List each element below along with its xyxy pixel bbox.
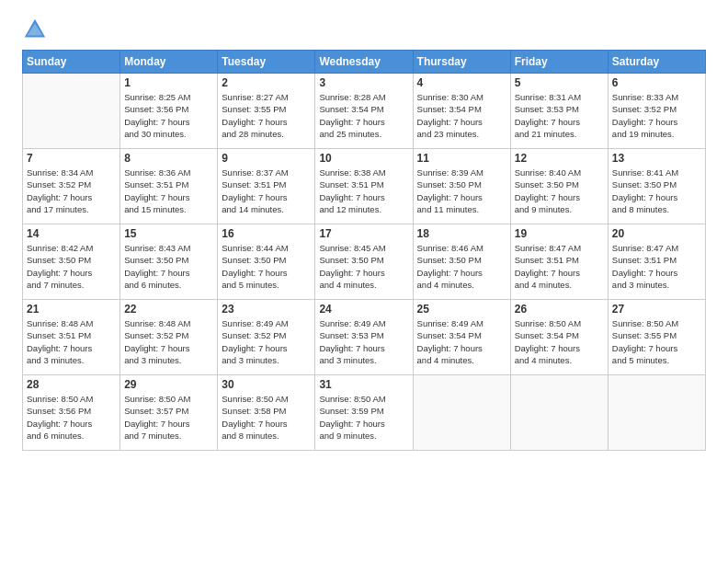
day-number: 25 (417, 303, 506, 316)
day-info: Sunrise: 8:49 AM Sunset: 3:52 PM Dayligh… (222, 317, 311, 366)
day-number: 27 (612, 303, 701, 316)
col-header-sunday: Sunday (23, 51, 120, 74)
day-number: 29 (124, 378, 213, 391)
day-info: Sunrise: 8:30 AM Sunset: 3:54 PM Dayligh… (417, 91, 506, 140)
day-number: 7 (27, 152, 116, 165)
day-cell: 26Sunrise: 8:50 AM Sunset: 3:54 PM Dayli… (510, 300, 608, 375)
day-info: Sunrise: 8:31 AM Sunset: 3:53 PM Dayligh… (515, 91, 604, 140)
calendar-table: SundayMondayTuesdayWednesdayThursdayFrid… (22, 50, 706, 451)
day-info: Sunrise: 8:48 AM Sunset: 3:51 PM Dayligh… (27, 317, 116, 366)
day-number: 20 (612, 227, 701, 240)
day-info: Sunrise: 8:40 AM Sunset: 3:50 PM Dayligh… (515, 167, 604, 215)
day-cell: 9Sunrise: 8:37 AM Sunset: 3:51 PM Daylig… (218, 149, 315, 224)
day-number: 5 (515, 76, 604, 89)
day-cell: 2Sunrise: 8:27 AM Sunset: 3:55 PM Daylig… (218, 74, 315, 149)
day-cell: 14Sunrise: 8:42 AM Sunset: 3:50 PM Dayli… (23, 224, 120, 300)
day-cell: 13Sunrise: 8:41 AM Sunset: 3:50 PM Dayli… (608, 149, 705, 224)
header (22, 17, 706, 42)
day-info: Sunrise: 8:38 AM Sunset: 3:51 PM Dayligh… (319, 167, 408, 215)
day-number: 16 (222, 227, 311, 240)
day-cell: 21Sunrise: 8:48 AM Sunset: 3:51 PM Dayli… (23, 300, 120, 375)
day-info: Sunrise: 8:25 AM Sunset: 3:56 PM Dayligh… (124, 91, 213, 140)
day-number: 30 (222, 378, 311, 391)
day-cell: 1Sunrise: 8:25 AM Sunset: 3:56 PM Daylig… (120, 74, 218, 149)
day-number: 4 (417, 76, 506, 89)
day-number: 17 (319, 227, 408, 240)
day-cell: 22Sunrise: 8:48 AM Sunset: 3:52 PM Dayli… (120, 300, 218, 375)
day-number: 2 (222, 76, 311, 89)
day-number: 28 (27, 378, 116, 391)
day-number: 15 (124, 227, 213, 240)
week-row-4: 21Sunrise: 8:48 AM Sunset: 3:51 PM Dayli… (23, 300, 706, 375)
day-number: 6 (612, 76, 701, 89)
day-number: 18 (417, 227, 506, 240)
day-cell: 20Sunrise: 8:47 AM Sunset: 3:51 PM Dayli… (608, 224, 705, 300)
day-info: Sunrise: 8:34 AM Sunset: 3:52 PM Dayligh… (27, 167, 116, 215)
day-cell: 5Sunrise: 8:31 AM Sunset: 3:53 PM Daylig… (510, 74, 608, 149)
day-info: Sunrise: 8:47 AM Sunset: 3:51 PM Dayligh… (612, 242, 701, 291)
day-info: Sunrise: 8:33 AM Sunset: 3:52 PM Dayligh… (612, 91, 701, 140)
day-cell (608, 375, 705, 451)
day-cell: 27Sunrise: 8:50 AM Sunset: 3:55 PM Dayli… (608, 300, 705, 375)
week-row-3: 14Sunrise: 8:42 AM Sunset: 3:50 PM Dayli… (23, 224, 706, 300)
day-cell: 23Sunrise: 8:49 AM Sunset: 3:52 PM Dayli… (218, 300, 315, 375)
day-number: 22 (124, 303, 213, 316)
day-cell: 15Sunrise: 8:43 AM Sunset: 3:50 PM Dayli… (120, 224, 218, 300)
day-cell: 7Sunrise: 8:34 AM Sunset: 3:52 PM Daylig… (23, 149, 120, 224)
day-cell: 17Sunrise: 8:45 AM Sunset: 3:50 PM Dayli… (315, 224, 413, 300)
day-cell: 4Sunrise: 8:30 AM Sunset: 3:54 PM Daylig… (413, 74, 510, 149)
day-cell: 28Sunrise: 8:50 AM Sunset: 3:56 PM Dayli… (23, 375, 120, 451)
day-number: 8 (124, 152, 213, 165)
day-number: 11 (417, 152, 506, 165)
col-header-tuesday: Tuesday (218, 51, 315, 74)
header-row: SundayMondayTuesdayWednesdayThursdayFrid… (23, 51, 706, 74)
day-info: Sunrise: 8:45 AM Sunset: 3:50 PM Dayligh… (319, 242, 408, 291)
day-info: Sunrise: 8:50 AM Sunset: 3:57 PM Dayligh… (124, 393, 213, 442)
day-info: Sunrise: 8:37 AM Sunset: 3:51 PM Dayligh… (222, 167, 311, 215)
day-info: Sunrise: 8:43 AM Sunset: 3:50 PM Dayligh… (124, 242, 213, 291)
day-cell: 3Sunrise: 8:28 AM Sunset: 3:54 PM Daylig… (315, 74, 413, 149)
day-cell (510, 375, 608, 451)
day-number: 21 (27, 303, 116, 316)
week-row-2: 7Sunrise: 8:34 AM Sunset: 3:52 PM Daylig… (23, 149, 706, 224)
day-number: 9 (222, 152, 311, 165)
day-info: Sunrise: 8:46 AM Sunset: 3:50 PM Dayligh… (417, 242, 506, 291)
day-number: 26 (515, 303, 604, 316)
week-row-5: 28Sunrise: 8:50 AM Sunset: 3:56 PM Dayli… (23, 375, 706, 451)
day-info: Sunrise: 8:47 AM Sunset: 3:51 PM Dayligh… (515, 242, 604, 291)
week-row-1: 1Sunrise: 8:25 AM Sunset: 3:56 PM Daylig… (23, 74, 706, 149)
day-info: Sunrise: 8:50 AM Sunset: 3:59 PM Dayligh… (319, 393, 408, 442)
day-info: Sunrise: 8:36 AM Sunset: 3:51 PM Dayligh… (124, 167, 213, 215)
day-number: 23 (222, 303, 311, 316)
day-info: Sunrise: 8:50 AM Sunset: 3:55 PM Dayligh… (612, 317, 701, 366)
day-number: 10 (319, 152, 408, 165)
day-cell: 30Sunrise: 8:50 AM Sunset: 3:58 PM Dayli… (218, 375, 315, 451)
day-cell: 6Sunrise: 8:33 AM Sunset: 3:52 PM Daylig… (608, 74, 705, 149)
day-cell (23, 74, 120, 149)
col-header-friday: Friday (510, 51, 608, 74)
day-number: 13 (612, 152, 701, 165)
col-header-monday: Monday (120, 51, 218, 74)
day-info: Sunrise: 8:48 AM Sunset: 3:52 PM Dayligh… (124, 317, 213, 366)
day-info: Sunrise: 8:27 AM Sunset: 3:55 PM Dayligh… (222, 91, 311, 140)
col-header-wednesday: Wednesday (315, 51, 413, 74)
day-cell: 24Sunrise: 8:49 AM Sunset: 3:53 PM Dayli… (315, 300, 413, 375)
day-info: Sunrise: 8:44 AM Sunset: 3:50 PM Dayligh… (222, 242, 311, 291)
day-cell: 16Sunrise: 8:44 AM Sunset: 3:50 PM Dayli… (218, 224, 315, 300)
day-cell: 29Sunrise: 8:50 AM Sunset: 3:57 PM Dayli… (120, 375, 218, 451)
day-info: Sunrise: 8:41 AM Sunset: 3:50 PM Dayligh… (612, 167, 701, 215)
col-header-thursday: Thursday (413, 51, 510, 74)
day-cell: 25Sunrise: 8:49 AM Sunset: 3:54 PM Dayli… (413, 300, 510, 375)
day-cell (413, 375, 510, 451)
day-number: 12 (515, 152, 604, 165)
logo-icon (22, 17, 48, 42)
page: SundayMondayTuesdayWednesdayThursdayFrid… (0, 0, 728, 563)
day-cell: 31Sunrise: 8:50 AM Sunset: 3:59 PM Dayli… (315, 375, 413, 451)
day-info: Sunrise: 8:49 AM Sunset: 3:54 PM Dayligh… (417, 317, 506, 366)
day-cell: 12Sunrise: 8:40 AM Sunset: 3:50 PM Dayli… (510, 149, 608, 224)
day-cell: 10Sunrise: 8:38 AM Sunset: 3:51 PM Dayli… (315, 149, 413, 224)
day-cell: 11Sunrise: 8:39 AM Sunset: 3:50 PM Dayli… (413, 149, 510, 224)
day-info: Sunrise: 8:50 AM Sunset: 3:56 PM Dayligh… (27, 393, 116, 442)
day-number: 1 (124, 76, 213, 89)
day-info: Sunrise: 8:42 AM Sunset: 3:50 PM Dayligh… (27, 242, 116, 291)
